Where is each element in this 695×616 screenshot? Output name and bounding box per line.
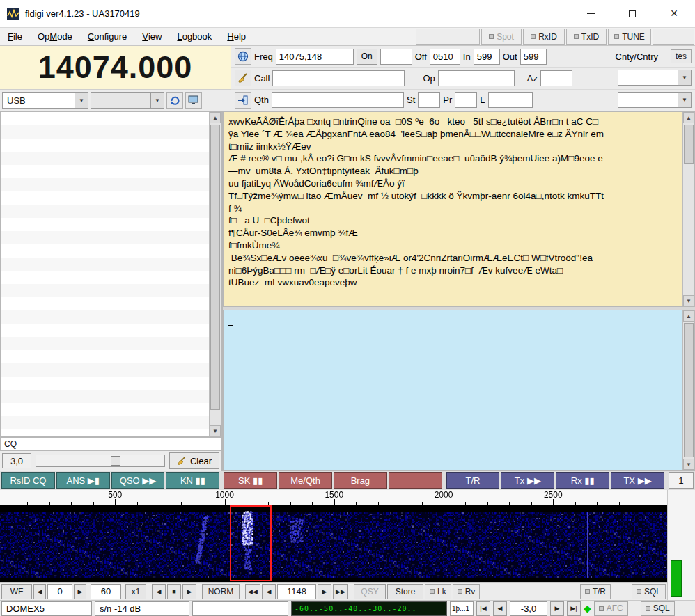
macro-button-rx[interactable]: Rx ▮▮	[556, 472, 609, 489]
offset-down-icon[interactable]: ◀	[493, 601, 507, 616]
mode-status-field[interactable]: DOMEX5	[1, 601, 92, 616]
waterfall-frequency-ruler[interactable]	[0, 490, 667, 505]
signal-browser-list[interactable]: ▲ ▼	[0, 111, 221, 437]
txid-toggle[interactable]: TxID	[566, 29, 607, 45]
tx-scroll-up-icon[interactable]: ▲	[683, 310, 694, 322]
macro-button-kn[interactable]: KN ▮▮	[166, 472, 219, 489]
state-input[interactable]	[418, 92, 440, 108]
squelch-slider-thumb[interactable]	[111, 456, 120, 466]
op-input[interactable]	[438, 70, 515, 86]
mode-combo-arrow-icon[interactable]: ▼	[75, 92, 88, 109]
wf-zoom-button[interactable]: x1	[125, 584, 146, 599]
country-combo-arrow-icon[interactable]: ▼	[678, 70, 692, 86]
offset-nudge-right-icon[interactable]: ▶|	[567, 601, 581, 616]
frequency-display[interactable]: 14074.000	[0, 46, 231, 90]
rx-scroll-track[interactable]	[683, 123, 694, 295]
province-input[interactable]	[455, 92, 477, 108]
rxid-toggle[interactable]: RxID	[523, 29, 565, 45]
cnty-cntry-label[interactable]: Cnty/Cntry	[616, 52, 658, 62]
region-combo-arrow-icon[interactable]: ▼	[678, 92, 692, 108]
macro-button-ans[interactable]: ANS ▶▮	[56, 472, 110, 489]
region-input[interactable]	[618, 92, 678, 108]
ruler-canvas[interactable]	[0, 490, 667, 505]
tune-toggle[interactable]: TUNE	[608, 29, 651, 45]
macro-button-tx[interactable]: Tx ▶▶	[501, 472, 554, 489]
offset-nudge-left-icon[interactable]: |◀	[476, 601, 490, 616]
wf-scroll-left-icon[interactable]: ◀	[152, 584, 166, 599]
afc-toggle[interactable]: AFC	[594, 601, 628, 616]
carrier-up-icon[interactable]: ▶	[318, 584, 331, 599]
macro-button-sk[interactable]: SK ▮▮	[224, 472, 277, 489]
macro-button-blank[interactable]	[389, 472, 442, 489]
title-bar[interactable]: fldigi ver4.1.23 - UA3170419 ×	[0, 0, 695, 28]
menu-file[interactable]: File	[0, 28, 30, 45]
waterfall-canvas[interactable]	[0, 505, 667, 582]
menu-help[interactable]: Help	[219, 28, 253, 45]
wf-signal-up-icon[interactable]: ▶	[74, 584, 86, 599]
wf-signal-down-icon[interactable]: ◀	[33, 584, 46, 599]
bandwidth-combo[interactable]: ▼	[91, 92, 164, 109]
macro-button-brag[interactable]: Brag	[334, 472, 387, 489]
browser-scroll-down-icon[interactable]: ▼	[210, 425, 221, 436]
wf-range-value[interactable]: 60	[91, 584, 121, 599]
offset-value-field[interactable]: -3,0	[510, 601, 547, 616]
country-combo[interactable]: ▼	[618, 70, 692, 86]
bandwidth-combo-arrow-icon[interactable]: ▼	[150, 92, 164, 109]
tx-scroll-thumb[interactable]	[684, 323, 694, 457]
time-off-input[interactable]	[430, 49, 460, 65]
region-combo[interactable]: ▼	[618, 92, 692, 109]
browser-squelch-value[interactable]: 3,0	[2, 453, 31, 468]
time-on-input[interactable]	[380, 49, 412, 65]
macro-button-tr[interactable]: T/R	[446, 472, 500, 489]
browser-scroll-up-icon[interactable]: ▲	[210, 112, 221, 123]
spot-toggle[interactable]: Spot	[481, 29, 522, 45]
call-input[interactable]	[272, 70, 405, 86]
locator-input[interactable]	[488, 92, 533, 108]
qth-input[interactable]	[272, 92, 404, 108]
notes-toggle[interactable]: tes	[671, 49, 692, 63]
az-input[interactable]	[540, 70, 572, 86]
maximize-button[interactable]	[611, 0, 653, 27]
mode-combo[interactable]: USB ▼	[2, 92, 88, 109]
browser-clear-button[interactable]: Clear	[169, 452, 219, 469]
rig-control-button[interactable]	[185, 92, 202, 109]
rx-text-panel[interactable]: xwvKeÃÅØîÊrÁþa □xntq □ntrinQine oa □0S º…	[223, 111, 695, 307]
macro-button-qso[interactable]: QSO ▶▶	[111, 472, 165, 489]
menu-view[interactable]: View	[134, 28, 169, 45]
rx-scroll-down-icon[interactable]: ▼	[683, 295, 694, 306]
tx-scroll-down-icon[interactable]: ▼	[683, 459, 694, 470]
browser-scrollbar[interactable]: ▲ ▼	[209, 112, 221, 436]
freq-input[interactable]	[276, 49, 354, 65]
qsy-button[interactable]: QSY	[354, 584, 386, 599]
smeter-toggle-button[interactable]	[166, 92, 183, 109]
macro-button-tx2[interactable]: TX ▶▶	[611, 472, 664, 489]
wf-signal-level-value[interactable]: 0	[47, 584, 72, 599]
qrz-lookup-button[interactable]	[235, 48, 251, 65]
rx-scroll-up-icon[interactable]: ▲	[683, 112, 694, 123]
offset-up-icon[interactable]: ▶	[550, 601, 564, 616]
wf-mode-button[interactable]: WF	[1, 584, 32, 599]
tx-scroll-track[interactable]	[683, 322, 694, 459]
menu-logbook[interactable]: Logbook	[169, 28, 219, 45]
rx-scrollbar[interactable]: ▲ ▼	[682, 112, 694, 306]
wf-speed-button[interactable]: NORM	[202, 584, 240, 599]
browser-scroll-thumb[interactable]	[210, 125, 220, 410]
carrier-down-icon[interactable]: ◀	[262, 584, 276, 599]
tr-toggle[interactable]: T/R	[580, 584, 611, 599]
clear-log-fields-button[interactable]	[235, 70, 251, 86]
country-input[interactable]	[618, 70, 678, 86]
carrier-fast-up-icon[interactable]: ▶▶	[333, 584, 348, 599]
reverse-toggle[interactable]: Rv	[453, 584, 481, 599]
menubar-blank-button[interactable]	[416, 29, 480, 45]
wf-scroll-center-icon[interactable]: ■	[167, 584, 181, 599]
wf-scroll-right-icon[interactable]: ▶	[182, 584, 196, 599]
carrier-fast-down-icon[interactable]: ◀◀	[245, 584, 260, 599]
close-button[interactable]: ×	[653, 0, 695, 27]
rx-scroll-thumb[interactable]	[684, 125, 694, 164]
macro-bank-button[interactable]: 1	[669, 472, 694, 489]
macro-button-rsid-cq[interactable]: RsID CQ	[1, 472, 55, 489]
rst-out-input[interactable]	[520, 49, 547, 65]
sql-toggle[interactable]: SQL	[641, 601, 675, 616]
macro-button-me-qth[interactable]: Me/Qth	[279, 472, 332, 489]
browser-squelch-slider[interactable]	[36, 455, 165, 467]
